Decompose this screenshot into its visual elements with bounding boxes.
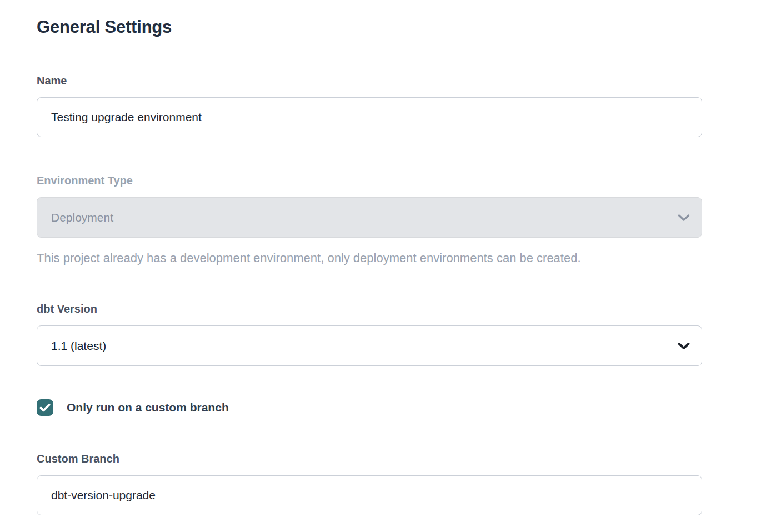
- dbt-version-selected-value: 1.1 (latest): [51, 339, 106, 353]
- environment-type-field-group: Environment Type Deployment This project…: [37, 173, 702, 266]
- environment-type-select: Deployment: [37, 197, 702, 238]
- environment-type-helper-text: This project already has a development e…: [37, 250, 702, 266]
- environment-type-selected-value: Deployment: [51, 211, 113, 224]
- custom-branch-field-group: Custom Branch: [37, 451, 702, 515]
- custom-branch-input[interactable]: [37, 475, 702, 515]
- name-label: Name: [37, 73, 702, 88]
- dbt-version-field-group: dbt Version 1.1 (latest): [37, 302, 702, 366]
- dbt-version-select[interactable]: 1.1 (latest): [37, 325, 702, 366]
- custom-branch-checkbox-label: Only run on a custom branch: [67, 401, 229, 414]
- dbt-version-label: dbt Version: [37, 302, 702, 316]
- name-input[interactable]: [37, 97, 702, 137]
- custom-branch-label: Custom Branch: [37, 451, 702, 466]
- general-settings-page: General Settings Name Environment Type D…: [0, 0, 781, 532]
- custom-branch-checkbox-row: Only run on a custom branch: [37, 399, 702, 416]
- checkmark-icon: [39, 403, 51, 412]
- chevron-down-icon: [678, 214, 690, 221]
- environment-type-label: Environment Type: [37, 173, 702, 188]
- page-title: General Settings: [37, 16, 702, 39]
- chevron-down-icon: [678, 342, 690, 349]
- custom-branch-checkbox[interactable]: [37, 399, 53, 416]
- name-field-group: Name: [37, 73, 702, 137]
